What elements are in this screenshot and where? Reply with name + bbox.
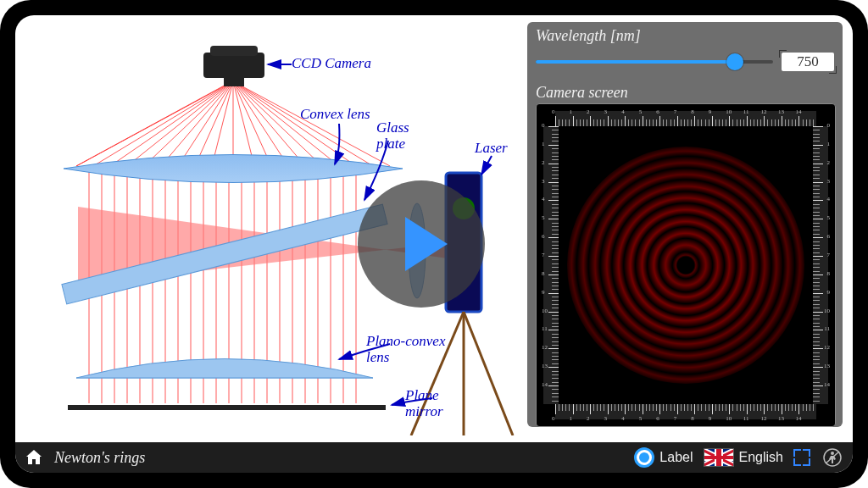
label-glass-plate: Glass plate — [376, 120, 427, 152]
slider-thumb[interactable] — [726, 53, 743, 70]
radio-on-icon — [634, 447, 654, 468]
language-selector[interactable]: English — [704, 448, 783, 467]
svg-line-12 — [233, 81, 288, 166]
svg-rect-42 — [76, 378, 373, 379]
page-title: Newton's rings — [54, 449, 145, 467]
label-toggle-text: Label — [659, 450, 693, 465]
svg-line-52 — [481, 156, 492, 175]
camera-screen: 01234567891011121314 0123456789101112131… — [536, 103, 836, 427]
ruler-top: 01234567891011121314 — [555, 111, 816, 126]
wavelength-value[interactable]: 750 — [782, 53, 834, 71]
ruler-right: 01234567891011121314 — [813, 126, 828, 404]
ruler-left: 01234567891011121314 — [543, 126, 559, 404]
svg-line-15 — [233, 81, 339, 166]
svg-line-17 — [233, 81, 373, 166]
flag-uk-icon — [704, 448, 734, 467]
label-plane-mirror: Plane mirror — [405, 388, 473, 419]
ruler-bottom: 01234567891011121314 — [555, 404, 816, 419]
app-screen: placeholder — [15, 15, 853, 473]
language-name: English — [739, 450, 783, 465]
svg-rect-45 — [224, 78, 244, 86]
plano-convex-lens — [76, 359, 373, 379]
svg-line-1 — [93, 81, 233, 166]
svg-line-3 — [127, 81, 233, 166]
disable-tour-icon[interactable] — [821, 448, 844, 467]
wavelength-label: Wavelength [nm] — [536, 27, 834, 45]
ccd-camera — [203, 46, 264, 86]
wavelength-slider[interactable] — [536, 60, 773, 64]
label-ccd-camera: CCD Camera — [292, 56, 371, 72]
svg-line-18 — [233, 81, 390, 166]
play-icon — [405, 217, 448, 271]
label-plano-convex-lens: Plano-convex lens — [366, 334, 468, 365]
svg-rect-43 — [203, 53, 264, 78]
svg-rect-44 — [210, 46, 258, 56]
bottom-bar: Newton's rings Label English — [15, 442, 853, 473]
label-toggle[interactable]: Label — [634, 447, 693, 468]
play-button[interactable] — [358, 180, 485, 308]
fullscreen-icon[interactable] — [793, 449, 810, 466]
svg-line-14 — [233, 81, 322, 166]
svg-line-4 — [144, 81, 233, 166]
camera-screen-label: Camera screen — [536, 84, 834, 102]
svg-line-6 — [178, 81, 233, 166]
plane-mirror — [68, 405, 386, 410]
controls-panel: Wavelength [nm] 750 Camera screen 012345… — [527, 22, 843, 427]
tablet-frame: placeholder — [0, 0, 868, 488]
svg-line-0 — [76, 81, 233, 166]
newton-rings-pattern — [567, 147, 804, 384]
label-convex-lens: Convex lens — [300, 107, 370, 123]
label-laser: Laser — [475, 141, 508, 157]
home-icon[interactable] — [24, 447, 44, 468]
